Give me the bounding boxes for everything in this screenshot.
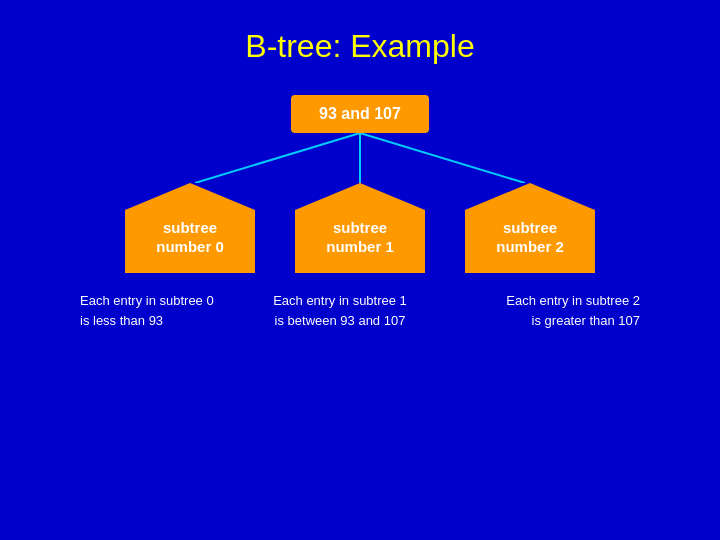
- subtree-0-line1: subtree: [163, 218, 217, 238]
- label-right: Each entry in subtree 2 is greater than …: [440, 291, 640, 330]
- label-left-line2: is less than 93: [80, 311, 240, 331]
- subtree-1-line2: number 1: [326, 237, 394, 257]
- pentagon-inner-1: subtree number 1: [295, 183, 425, 273]
- pentagon-inner-0: subtree number 0: [125, 183, 255, 273]
- svg-line-0: [195, 133, 360, 183]
- label-right-line2: is greater than 107: [440, 311, 640, 331]
- subtree-labels: Each entry in subtree 0 is less than 93 …: [70, 291, 650, 330]
- root-node: 93 and 107: [291, 95, 429, 133]
- pentagon-inner-2: subtree number 2: [465, 183, 595, 273]
- children-row: subtree number 0 subtree number 1 subtre…: [125, 183, 595, 273]
- subtree-0-line2: number 0: [156, 237, 224, 257]
- label-center: Each entry in subtree 1 is between 93 an…: [240, 291, 440, 330]
- root-label: 93 and 107: [319, 105, 401, 122]
- pentagon-2: subtree number 2: [465, 183, 595, 273]
- subtree-node-1: subtree number 1: [295, 183, 425, 273]
- tree-container: 93 and 107 subtree number 0 subtree: [0, 95, 720, 330]
- subtree-node-0: subtree number 0: [125, 183, 255, 273]
- label-center-line2: is between 93 and 107: [240, 311, 440, 331]
- label-center-line1: Each entry in subtree 1: [240, 291, 440, 311]
- pentagon-0: subtree number 0: [125, 183, 255, 273]
- subtree-node-2: subtree number 2: [465, 183, 595, 273]
- subtree-2-line1: subtree: [503, 218, 557, 238]
- label-left: Each entry in subtree 0 is less than 93: [80, 291, 240, 330]
- connector-lines: [110, 133, 610, 183]
- page-title: B-tree: Example: [0, 0, 720, 65]
- label-right-line1: Each entry in subtree 2: [440, 291, 640, 311]
- subtree-1-line1: subtree: [333, 218, 387, 238]
- label-left-line1: Each entry in subtree 0: [80, 291, 240, 311]
- pentagon-1: subtree number 1: [295, 183, 425, 273]
- svg-line-2: [360, 133, 525, 183]
- subtree-2-line2: number 2: [496, 237, 564, 257]
